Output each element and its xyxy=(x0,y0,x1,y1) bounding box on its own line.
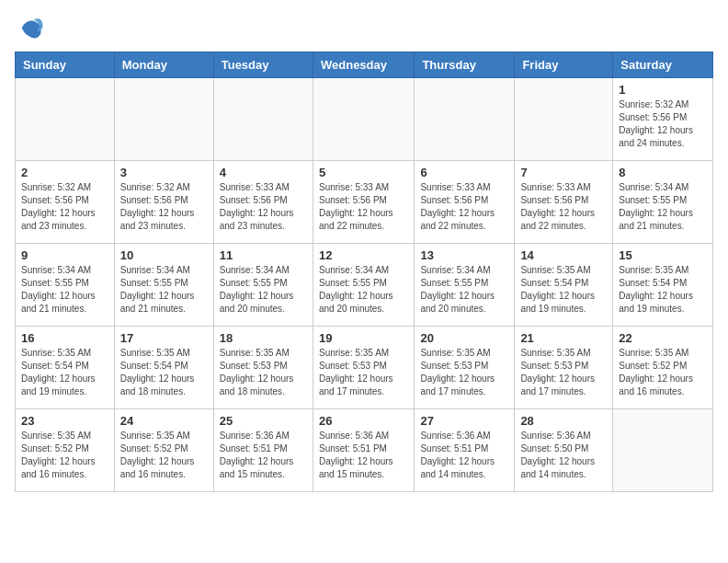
day-info: Sunrise: 5:32 AM Sunset: 5:56 PM Dayligh… xyxy=(120,181,208,233)
day-info: Sunrise: 5:35 AM Sunset: 5:54 PM Dayligh… xyxy=(619,264,707,316)
calendar-cell: 10Sunrise: 5:34 AM Sunset: 5:55 PM Dayli… xyxy=(114,244,213,327)
calendar-cell xyxy=(16,78,115,161)
day-number: 27 xyxy=(420,414,508,428)
week-row-2: 2Sunrise: 5:32 AM Sunset: 5:56 PM Daylig… xyxy=(16,161,713,244)
calendar-cell: 28Sunrise: 5:36 AM Sunset: 5:50 PM Dayli… xyxy=(515,409,613,492)
calendar-cell: 2Sunrise: 5:32 AM Sunset: 5:56 PM Daylig… xyxy=(16,161,115,244)
week-row-4: 16Sunrise: 5:35 AM Sunset: 5:54 PM Dayli… xyxy=(16,327,713,409)
calendar-cell xyxy=(213,78,313,161)
week-row-3: 9Sunrise: 5:34 AM Sunset: 5:55 PM Daylig… xyxy=(16,244,713,327)
day-info: Sunrise: 5:35 AM Sunset: 5:54 PM Dayligh… xyxy=(120,347,208,398)
calendar-cell: 3Sunrise: 5:32 AM Sunset: 5:56 PM Daylig… xyxy=(114,161,213,244)
day-number: 19 xyxy=(319,331,408,345)
weekday-header-thursday: Thursday xyxy=(415,52,515,78)
day-info: Sunrise: 5:35 AM Sunset: 5:52 PM Dayligh… xyxy=(21,430,108,481)
day-number: 2 xyxy=(21,166,108,179)
calendar-cell xyxy=(313,78,414,161)
day-info: Sunrise: 5:35 AM Sunset: 5:52 PM Dayligh… xyxy=(120,430,208,481)
calendar-cell xyxy=(515,78,613,161)
day-info: Sunrise: 5:33 AM Sunset: 5:56 PM Dayligh… xyxy=(319,181,408,233)
day-info: Sunrise: 5:33 AM Sunset: 5:56 PM Dayligh… xyxy=(420,181,508,233)
day-number: 26 xyxy=(319,414,408,428)
logo-icon xyxy=(18,15,44,40)
day-number: 12 xyxy=(319,248,408,262)
day-number: 16 xyxy=(21,331,108,345)
day-info: Sunrise: 5:32 AM Sunset: 5:56 PM Dayligh… xyxy=(21,181,108,233)
day-info: Sunrise: 5:34 AM Sunset: 5:55 PM Dayligh… xyxy=(21,264,108,316)
day-info: Sunrise: 5:34 AM Sunset: 5:55 PM Dayligh… xyxy=(220,264,307,316)
week-row-5: 23Sunrise: 5:35 AM Sunset: 5:52 PM Dayli… xyxy=(16,409,713,492)
day-number: 24 xyxy=(120,414,208,428)
day-info: Sunrise: 5:33 AM Sunset: 5:56 PM Dayligh… xyxy=(520,181,607,233)
calendar-cell xyxy=(613,409,713,492)
day-number: 3 xyxy=(120,166,208,179)
calendar-cell: 13Sunrise: 5:34 AM Sunset: 5:55 PM Dayli… xyxy=(415,244,515,327)
day-info: Sunrise: 5:35 AM Sunset: 5:54 PM Dayligh… xyxy=(520,264,607,316)
weekday-header-tuesday: Tuesday xyxy=(213,52,313,78)
week-row-1: 1Sunrise: 5:32 AM Sunset: 5:56 PM Daylig… xyxy=(16,78,713,161)
day-info: Sunrise: 5:36 AM Sunset: 5:51 PM Dayligh… xyxy=(220,430,307,481)
day-info: Sunrise: 5:34 AM Sunset: 5:55 PM Dayligh… xyxy=(319,264,408,316)
day-info: Sunrise: 5:34 AM Sunset: 5:55 PM Dayligh… xyxy=(120,264,208,316)
weekday-row: SundayMondayTuesdayWednesdayThursdayFrid… xyxy=(16,52,713,78)
day-info: Sunrise: 5:33 AM Sunset: 5:56 PM Dayligh… xyxy=(220,181,307,233)
calendar-cell: 14Sunrise: 5:35 AM Sunset: 5:54 PM Dayli… xyxy=(515,244,613,327)
calendar-cell: 19Sunrise: 5:35 AM Sunset: 5:53 PM Dayli… xyxy=(313,327,414,409)
calendar-cell: 17Sunrise: 5:35 AM Sunset: 5:54 PM Dayli… xyxy=(114,327,213,409)
day-number: 25 xyxy=(220,414,307,428)
day-number: 22 xyxy=(619,331,707,345)
calendar-cell: 18Sunrise: 5:35 AM Sunset: 5:53 PM Dayli… xyxy=(213,327,313,409)
day-number: 5 xyxy=(319,166,408,179)
calendar-cell: 5Sunrise: 5:33 AM Sunset: 5:56 PM Daylig… xyxy=(313,161,414,244)
weekday-header-friday: Friday xyxy=(515,52,613,78)
calendar-cell: 8Sunrise: 5:34 AM Sunset: 5:55 PM Daylig… xyxy=(613,161,713,244)
day-info: Sunrise: 5:35 AM Sunset: 5:54 PM Dayligh… xyxy=(21,347,108,398)
calendar-body: 1Sunrise: 5:32 AM Sunset: 5:56 PM Daylig… xyxy=(16,78,713,492)
calendar-header: SundayMondayTuesdayWednesdayThursdayFrid… xyxy=(16,52,713,78)
calendar-cell: 16Sunrise: 5:35 AM Sunset: 5:54 PM Dayli… xyxy=(16,327,115,409)
calendar-cell: 21Sunrise: 5:35 AM Sunset: 5:53 PM Dayli… xyxy=(515,327,613,409)
calendar-cell xyxy=(415,78,515,161)
day-number: 15 xyxy=(619,248,707,262)
day-number: 8 xyxy=(619,166,707,179)
logo xyxy=(15,15,44,40)
day-number: 28 xyxy=(520,414,607,428)
day-info: Sunrise: 5:36 AM Sunset: 5:51 PM Dayligh… xyxy=(420,430,508,481)
day-info: Sunrise: 5:36 AM Sunset: 5:51 PM Dayligh… xyxy=(319,430,408,481)
day-number: 18 xyxy=(220,331,307,345)
day-number: 7 xyxy=(520,166,607,179)
weekday-header-saturday: Saturday xyxy=(613,52,713,78)
calendar-cell: 20Sunrise: 5:35 AM Sunset: 5:53 PM Dayli… xyxy=(415,327,515,409)
day-info: Sunrise: 5:36 AM Sunset: 5:50 PM Dayligh… xyxy=(520,430,607,481)
day-number: 21 xyxy=(520,331,607,345)
calendar-cell: 22Sunrise: 5:35 AM Sunset: 5:52 PM Dayli… xyxy=(613,327,713,409)
calendar-cell: 9Sunrise: 5:34 AM Sunset: 5:55 PM Daylig… xyxy=(16,244,115,327)
calendar-cell: 24Sunrise: 5:35 AM Sunset: 5:52 PM Dayli… xyxy=(114,409,213,492)
calendar-cell: 27Sunrise: 5:36 AM Sunset: 5:51 PM Dayli… xyxy=(415,409,515,492)
day-number: 9 xyxy=(21,248,108,262)
day-number: 10 xyxy=(120,248,208,262)
day-number: 13 xyxy=(420,248,508,262)
day-info: Sunrise: 5:34 AM Sunset: 5:55 PM Dayligh… xyxy=(619,181,707,233)
weekday-header-monday: Monday xyxy=(114,52,213,78)
calendar-cell: 1Sunrise: 5:32 AM Sunset: 5:56 PM Daylig… xyxy=(613,78,713,161)
day-info: Sunrise: 5:35 AM Sunset: 5:53 PM Dayligh… xyxy=(520,347,607,398)
calendar-table: SundayMondayTuesdayWednesdayThursdayFrid… xyxy=(15,52,713,492)
calendar-cell: 6Sunrise: 5:33 AM Sunset: 5:56 PM Daylig… xyxy=(415,161,515,244)
weekday-header-wednesday: Wednesday xyxy=(313,52,414,78)
calendar-cell: 15Sunrise: 5:35 AM Sunset: 5:54 PM Dayli… xyxy=(613,244,713,327)
calendar-cell: 23Sunrise: 5:35 AM Sunset: 5:52 PM Dayli… xyxy=(16,409,115,492)
day-number: 17 xyxy=(120,331,208,345)
calendar-cell: 7Sunrise: 5:33 AM Sunset: 5:56 PM Daylig… xyxy=(515,161,613,244)
day-info: Sunrise: 5:34 AM Sunset: 5:55 PM Dayligh… xyxy=(420,264,508,316)
day-number: 6 xyxy=(420,166,508,179)
calendar-cell: 4Sunrise: 5:33 AM Sunset: 5:56 PM Daylig… xyxy=(213,161,313,244)
day-info: Sunrise: 5:35 AM Sunset: 5:53 PM Dayligh… xyxy=(319,347,408,398)
day-number: 14 xyxy=(520,248,607,262)
day-info: Sunrise: 5:35 AM Sunset: 5:52 PM Dayligh… xyxy=(619,347,707,398)
day-number: 1 xyxy=(619,83,707,97)
calendar-cell xyxy=(114,78,213,161)
day-info: Sunrise: 5:32 AM Sunset: 5:56 PM Dayligh… xyxy=(619,98,707,150)
page-header xyxy=(15,15,713,40)
day-number: 11 xyxy=(220,248,307,262)
